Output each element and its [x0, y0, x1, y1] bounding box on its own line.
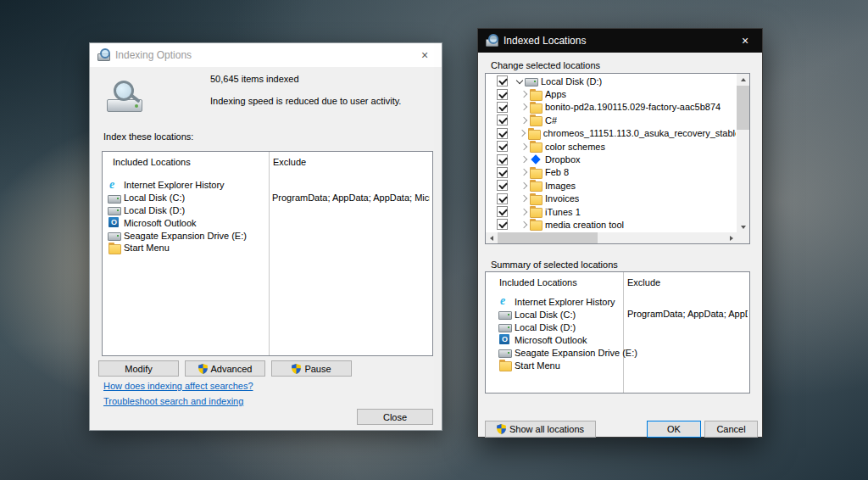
vertical-scrollbar-thumb[interactable] [737, 86, 749, 130]
advanced-button[interactable]: Advanced [185, 360, 265, 377]
location-icon [108, 204, 121, 215]
close-icon[interactable]: × [728, 29, 762, 53]
tree-indent [508, 94, 519, 95]
summary-row[interactable]: Local Disk (D:) [487, 321, 748, 333]
tree-row[interactable]: Images [486, 179, 736, 192]
scroll-up-arrow[interactable] [737, 74, 749, 85]
close-dialog-button[interactable]: Close [357, 409, 433, 425]
locations-tree[interactable]: Local Disk (D:) Apps [485, 73, 750, 244]
location-label: chromeos_11151.113.0_asuka_recovery_stab… [543, 128, 736, 138]
location-icon [529, 193, 542, 204]
tree-row[interactable]: Apps [486, 87, 736, 100]
location-checkbox[interactable] [497, 167, 508, 178]
tree-row[interactable]: color schemes [486, 140, 736, 153]
location-checkbox[interactable] [497, 206, 508, 217]
summary-listbox[interactable]: Included Locations Exclude Internet Expl… [485, 271, 750, 393]
summary-row[interactable]: Start Menu [487, 359, 748, 371]
link-how-indexing-affects-searches[interactable]: How does indexing affect searches? [103, 381, 253, 391]
location-row[interactable]: Seagate Expansion Drive (E:) [103, 229, 431, 242]
tree-row[interactable]: C# [486, 114, 736, 126]
location-checkbox[interactable] [497, 219, 508, 230]
summary-row[interactable]: Internet Explorer History [487, 295, 748, 308]
location-row[interactable]: Local Disk (C:) ProgramData; AppData; Ap… [103, 192, 431, 204]
expand-chevron-icon[interactable] [517, 128, 527, 138]
summary-rows: Internet Explorer History Local Disk (C:… [487, 295, 748, 371]
location-icon [498, 296, 512, 307]
link-troubleshoot-search-indexing[interactable]: Troubleshoot search and indexing [103, 396, 243, 406]
location-icon [498, 334, 512, 345]
expand-chevron-icon[interactable] [519, 89, 529, 99]
location-label: Seagate Expansion Drive (E:) [124, 231, 247, 241]
location-checkbox[interactable] [497, 193, 508, 204]
expand-chevron-icon[interactable] [519, 207, 529, 217]
uac-shield-icon [497, 424, 506, 434]
tree-indent [508, 211, 519, 212]
location-checkbox[interactable] [497, 75, 508, 87]
summary-row[interactable]: Local Disk (C:) ProgramData; AppData; Ap… [487, 308, 748, 321]
expand-chevron-icon[interactable] [519, 181, 529, 191]
tree-row[interactable]: chromeos_11151.113.0_asuka_recovery_stab… [486, 127, 736, 140]
expand-chevron-icon[interactable] [519, 154, 529, 165]
cancel-button[interactable]: Cancel [704, 421, 758, 438]
modify-button[interactable]: Modify [98, 360, 179, 377]
tree-row[interactable]: media creation tool [486, 218, 736, 231]
expand-chevron-icon[interactable] [519, 193, 529, 204]
scroll-right-arrow[interactable] [726, 232, 737, 243]
location-label: Invoices [545, 193, 579, 204]
location-checkbox[interactable] [497, 89, 508, 100]
tree-row[interactable]: Feb 8 [486, 166, 736, 179]
show-all-locations-button[interactable]: Show all locations [485, 421, 596, 438]
location-checkbox[interactable] [497, 141, 508, 152]
tree-row[interactable]: bonito-pd2a.190115.029-factory-aac5b874 [486, 101, 736, 114]
location-checkbox[interactable] [497, 128, 508, 139]
close-icon[interactable]: × [408, 43, 442, 67]
location-label: Microsoft Outlook [515, 335, 587, 345]
location-label: Local Disk (C:) [124, 193, 185, 203]
location-row[interactable]: Internet Explorer History [103, 179, 431, 192]
change-selected-locations-label: Change selected locations [491, 60, 600, 70]
expand-chevron-icon[interactable] [519, 115, 529, 126]
scroll-down-arrow[interactable] [737, 221, 749, 232]
expand-chevron-icon[interactable] [519, 167, 529, 177]
pause-button[interactable]: Pause [271, 360, 352, 377]
summary-label: Summary of selected locations [491, 260, 618, 270]
location-checkbox[interactable] [497, 102, 508, 113]
tree-indent [508, 172, 519, 173]
included-locations-listbox[interactable]: Included Locations Exclude Internet Expl… [102, 151, 433, 356]
indexed-locations-titlebar[interactable]: Indexed Locations × [478, 29, 762, 53]
horizontal-scrollbar-thumb[interactable] [498, 232, 598, 243]
location-checkbox[interactable] [497, 114, 508, 126]
tree-row[interactable]: Dropbox [486, 153, 736, 165]
location-checkbox[interactable] [497, 154, 508, 165]
expand-chevron-icon[interactable] [519, 220, 529, 230]
exclude-column-header: Exclude [273, 157, 306, 167]
scroll-left-arrow[interactable] [486, 232, 497, 243]
location-row[interactable]: Start Menu [103, 242, 431, 254]
location-icon [529, 180, 542, 191]
summary-row[interactable]: Seagate Expansion Drive (E:) [487, 346, 748, 359]
location-row[interactable]: Microsoft Outlook [103, 216, 431, 229]
tree-row[interactable]: Invoices [486, 193, 736, 205]
expand-chevron-icon[interactable] [519, 102, 529, 112]
indexing-status-icon [105, 81, 146, 120]
tree-row[interactable]: iTunes 1 [486, 205, 736, 218]
ok-button[interactable]: OK [647, 421, 701, 438]
tree-rows: Local Disk (D:) Apps [486, 75, 736, 232]
expand-chevron-icon[interactable] [519, 142, 529, 152]
location-label: Feb 8 [545, 167, 569, 177]
location-icon [529, 219, 542, 230]
tree-row[interactable]: Local Disk (D:) [486, 75, 736, 87]
horizontal-scrollbar[interactable] [486, 232, 737, 243]
location-label: media creation tool [545, 220, 624, 230]
location-exclude-text: ProgramData; AppData; AppD... [627, 309, 748, 319]
tree-indent [508, 81, 515, 81]
location-label: Seagate Expansion Drive (E:) [515, 348, 637, 358]
tree-indent [508, 224, 519, 225]
vertical-scrollbar[interactable] [737, 74, 749, 232]
expand-chevron-icon[interactable] [515, 76, 525, 87]
summary-row[interactable]: Microsoft Outlook [487, 333, 748, 346]
location-checkbox[interactable] [497, 180, 508, 191]
indexing-options-titlebar[interactable]: Indexing Options × [90, 43, 442, 67]
location-row[interactable]: Local Disk (D:) [103, 204, 431, 217]
magnifier-icon [114, 81, 134, 101]
